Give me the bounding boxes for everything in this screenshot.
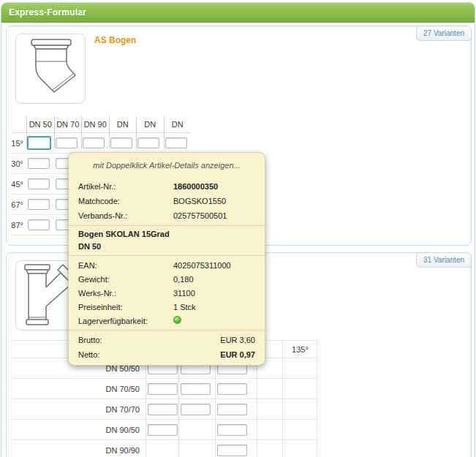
article-details-tooltip: mit Doppelklick Artikel-Details anzeigen… bbox=[68, 152, 265, 366]
qty-input-45-dn50[interactable] bbox=[28, 178, 50, 189]
qty-input-15-dn100[interactable] bbox=[110, 137, 132, 148]
field-value: BOGSKO1550 bbox=[173, 197, 255, 205]
tooltip-divider bbox=[69, 225, 265, 226]
qty-input-15-dn150[interactable] bbox=[165, 137, 187, 148]
field-brutto: Brutto: EUR 3,60 bbox=[78, 333, 255, 347]
row-label: 45° bbox=[11, 180, 26, 189]
table-row-dn7050: DN 70/50 bbox=[11, 379, 317, 399]
table-row-dn9090: DN 90/90 bbox=[11, 440, 317, 457]
field-label: Netto: bbox=[78, 350, 99, 359]
qty-input-dn7070-c2[interactable] bbox=[181, 404, 211, 415]
product-title-bogen[interactable]: AS Bogen bbox=[94, 35, 136, 45]
qty-input-dn7050-c2[interactable] bbox=[181, 383, 211, 395]
pipe-bend-drawing bbox=[16, 34, 86, 104]
variants-badge-abzweig[interactable]: 31 Varianten bbox=[416, 252, 472, 268]
field-artikel-nr: Artikel-Nr.: 1860000350 bbox=[78, 179, 255, 194]
field-lagerverfuegbarkeit: Lagerverfügbarkeit: bbox=[78, 314, 255, 328]
field-value: 1 Stck bbox=[173, 303, 255, 311]
page-title: Express-Formular bbox=[9, 7, 86, 18]
table-row-dn7070: DN 70/70 bbox=[11, 399, 317, 420]
col-header-135deg: 135° bbox=[282, 341, 317, 358]
qty-input-67-dn50[interactable] bbox=[28, 199, 50, 210]
window-titlebar: Express-Formular bbox=[1, 3, 475, 23]
qty-input-dn7050-c3[interactable] bbox=[217, 383, 247, 395]
field-label: Brutto: bbox=[78, 336, 102, 344]
qty-input-15-dn90[interactable] bbox=[83, 137, 105, 148]
row-label: 87° bbox=[11, 221, 26, 230]
qty-input-dn9050-c3[interactable] bbox=[217, 424, 247, 436]
variants-badge-label: 27 Varianten bbox=[423, 29, 464, 37]
field-value: 0,180 bbox=[173, 275, 255, 284]
tooltip-product-dn: DN 50 bbox=[78, 241, 255, 253]
tooltip-divider bbox=[69, 255, 265, 256]
field-label: EAN: bbox=[78, 261, 173, 270]
field-value: EUR 0,97 bbox=[220, 350, 255, 359]
field-value: 025757500501 bbox=[173, 211, 255, 220]
field-label: Matchcode: bbox=[78, 197, 173, 205]
qty-input-15-dn50[interactable] bbox=[27, 136, 51, 150]
qty-input-15-dn70[interactable] bbox=[56, 137, 78, 148]
field-value: 1860000350 bbox=[173, 182, 255, 191]
row-label: DN 90/90 bbox=[11, 446, 146, 455]
field-value: 31100 bbox=[173, 289, 255, 298]
table-header-row: DN 50 DN 70 DN 90 DN 100 DN 125 DN 150 bbox=[11, 116, 191, 133]
row-label: DN 70/50 bbox=[11, 385, 146, 393]
table-row-dn9050: DN 90/50 bbox=[11, 420, 317, 440]
tooltip-product-name: Bogen SKOLAN 15Grad bbox=[78, 228, 255, 241]
field-label: Verbands-Nr.: bbox=[78, 211, 173, 220]
qty-input-15-dn125[interactable] bbox=[137, 137, 159, 148]
qty-input-dn9050-c1[interactable] bbox=[148, 424, 178, 436]
tooltip-divider bbox=[69, 330, 265, 331]
field-label: Preiseinheit: bbox=[78, 303, 173, 311]
field-netto: Netto: EUR 0,97 bbox=[78, 347, 255, 362]
field-value: 4025075311000 bbox=[173, 261, 255, 270]
row-label: 30° bbox=[11, 159, 26, 168]
field-ean: EAN: 4025075311000 bbox=[78, 258, 255, 272]
row-label: 15° bbox=[11, 139, 26, 148]
tooltip-hint: mit Doppelklick Artikel-Details anzeigen… bbox=[78, 160, 255, 170]
field-gewicht: Gewicht: 0,180 bbox=[78, 272, 255, 286]
field-label: Gewicht: bbox=[78, 275, 173, 284]
availability-status-dot bbox=[173, 316, 181, 324]
qty-input-dn7070-c3[interactable] bbox=[217, 404, 247, 415]
variants-badge-bogen[interactable]: 27 Varianten bbox=[416, 26, 472, 41]
qty-input-dn7050-c1[interactable] bbox=[148, 383, 178, 395]
row-label: 67° bbox=[11, 200, 26, 209]
field-label: Artikel-Nr.: bbox=[78, 182, 173, 191]
qty-input-dn7070-c1[interactable] bbox=[148, 404, 178, 415]
row-label: DN 90/50 bbox=[11, 426, 146, 434]
variants-badge-label: 31 Varianten bbox=[423, 256, 464, 264]
field-label: Lagerverfügbarkeit: bbox=[78, 317, 173, 325]
qty-input-dn9090-c3[interactable] bbox=[217, 445, 247, 456]
product-image-bogen[interactable] bbox=[15, 34, 86, 104]
field-label: Werks-Nr.: bbox=[78, 289, 173, 298]
field-preiseinheit: Preiseinheit: 1 Stck bbox=[78, 300, 255, 314]
field-werks-nr: Werks-Nr.: 31100 bbox=[78, 286, 255, 300]
field-verbands-nr: Verbands-Nr.: 025757500501 bbox=[78, 208, 255, 223]
qty-input-87-dn50[interactable] bbox=[28, 219, 50, 230]
field-matchcode: Matchcode: BOGSKO1550 bbox=[78, 194, 255, 208]
field-value: EUR 3,60 bbox=[220, 336, 255, 344]
row-label: DN 70/70 bbox=[11, 405, 146, 414]
field-value bbox=[173, 316, 255, 325]
qty-input-30-dn50[interactable] bbox=[28, 158, 50, 169]
